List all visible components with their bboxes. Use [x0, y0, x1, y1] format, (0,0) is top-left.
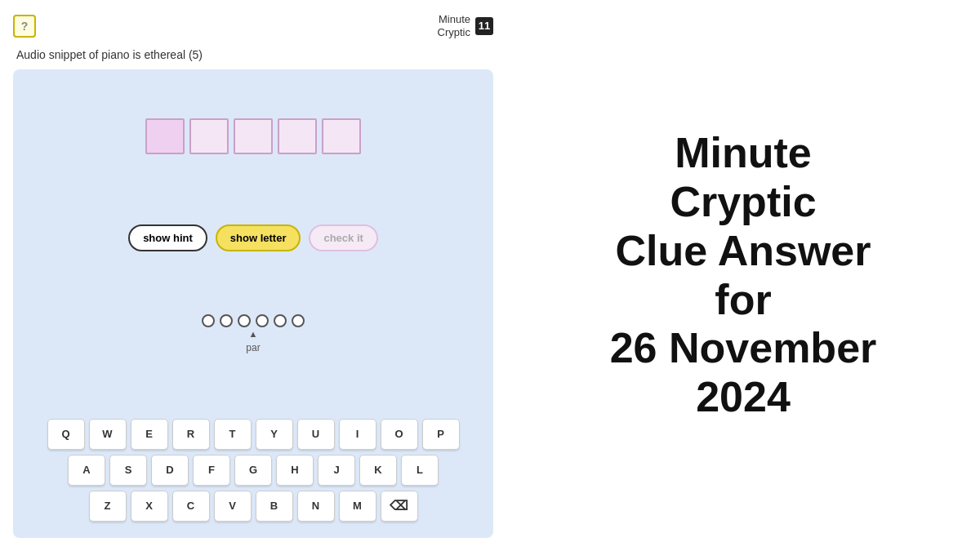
check-it-button[interactable]: check it	[309, 224, 377, 251]
key-B[interactable]: B	[256, 491, 293, 522]
right-title: Minute Cryptic Clue Answer for 26 Novemb…	[610, 129, 877, 422]
keyboard: Q W E R T Y U I O P A S D F G H J K L	[29, 419, 477, 522]
answer-box-2[interactable]	[189, 118, 229, 154]
dot-6	[292, 314, 305, 327]
key-U[interactable]: U	[297, 419, 335, 450]
brand-name-text: MinuteCryptic	[438, 13, 470, 38]
key-Y[interactable]: Y	[256, 419, 293, 450]
clue-text: Audio snippet of piano is ethereal (5)	[16, 48, 493, 61]
key-Z[interactable]: Z	[89, 491, 127, 522]
brand-logo-box: 11	[475, 17, 493, 35]
key-G[interactable]: G	[234, 455, 272, 486]
answer-box-1[interactable]	[145, 118, 185, 154]
answer-box-5[interactable]	[322, 118, 361, 154]
dot-4	[256, 314, 269, 327]
help-icon[interactable]: ?	[13, 15, 36, 38]
key-T[interactable]: T	[214, 419, 252, 450]
key-Q[interactable]: Q	[47, 419, 85, 450]
key-M[interactable]: M	[339, 491, 376, 522]
key-C[interactable]: C	[172, 491, 210, 522]
key-P[interactable]: P	[422, 419, 460, 450]
dot-3	[238, 314, 251, 327]
key-F[interactable]: F	[193, 455, 230, 486]
show-letter-button[interactable]: show letter	[216, 224, 301, 251]
answer-box-4[interactable]	[278, 118, 317, 154]
game-area: show hint show letter check it ▲ par Q W…	[13, 69, 493, 538]
key-A[interactable]: A	[68, 455, 105, 486]
dot-2	[220, 314, 233, 327]
keyboard-row-2: A S D F G H J K L	[68, 455, 439, 486]
right-content: Minute Cryptic Clue Answer for 26 Novemb…	[610, 129, 877, 422]
answer-box-3[interactable]	[234, 118, 273, 154]
key-X[interactable]: X	[131, 491, 168, 522]
arrow-indicator: ▲	[249, 329, 258, 339]
key-J[interactable]: J	[318, 455, 355, 486]
key-K[interactable]: K	[359, 455, 397, 486]
key-L[interactable]: L	[401, 455, 439, 486]
game-buttons: show hint show letter check it	[128, 224, 378, 251]
show-hint-button[interactable]: show hint	[128, 224, 207, 251]
progress-dots: ▲ par	[202, 314, 305, 353]
brand-logo: MinuteCryptic 11	[438, 13, 493, 38]
dot-5	[274, 314, 287, 327]
par-label: par	[246, 342, 260, 353]
key-R[interactable]: R	[172, 419, 210, 450]
keyboard-row-3: Z X C V B N M ⌫	[89, 491, 418, 522]
answer-boxes	[145, 118, 361, 154]
key-H[interactable]: H	[276, 455, 314, 486]
right-panel: Minute Cryptic Clue Answer for 26 Novemb…	[506, 0, 980, 551]
key-E[interactable]: E	[131, 419, 168, 450]
key-N[interactable]: N	[297, 491, 335, 522]
left-panel: ? MinuteCryptic 11 Audio snippet of pian…	[0, 0, 506, 551]
key-V[interactable]: V	[214, 491, 252, 522]
dots-row	[202, 314, 305, 327]
key-O[interactable]: O	[381, 419, 418, 450]
dot-1	[202, 314, 215, 327]
key-S[interactable]: S	[109, 455, 147, 486]
keyboard-row-1: Q W E R T Y U I O P	[47, 419, 460, 450]
key-D[interactable]: D	[151, 455, 189, 486]
key-W[interactable]: W	[89, 419, 127, 450]
key-I[interactable]: I	[339, 419, 376, 450]
key-backspace[interactable]: ⌫	[381, 491, 418, 522]
top-bar: ? MinuteCryptic 11	[13, 13, 493, 38]
